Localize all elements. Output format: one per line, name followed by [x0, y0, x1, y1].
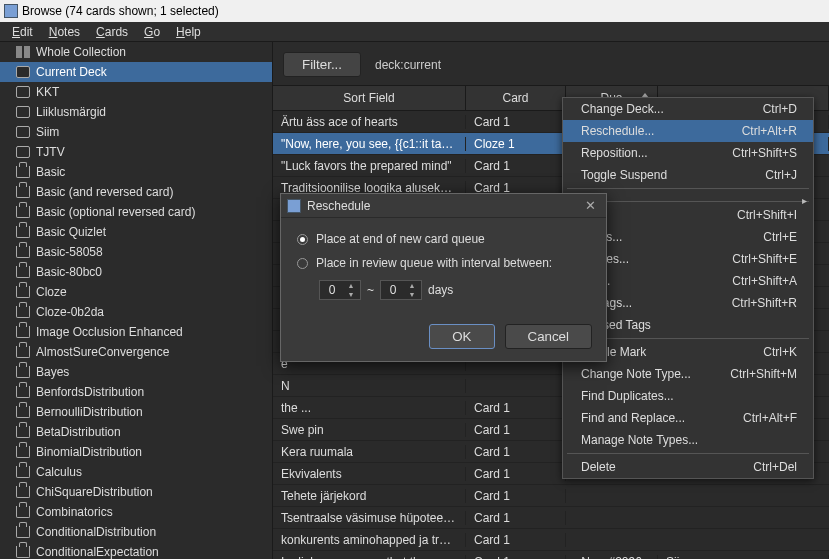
menu-separator: [567, 453, 809, 454]
header-sortfield[interactable]: Sort Field: [273, 86, 466, 110]
menu-item[interactable]: Manage Note Types...: [563, 429, 813, 451]
notetype-icon: [16, 546, 30, 558]
sidebar-item[interactable]: ConditionalExpectation: [0, 542, 272, 559]
cell-sort: Kera ruumala: [273, 445, 466, 459]
sidebar-item[interactable]: Cloze-0b2da: [0, 302, 272, 322]
menu-edit[interactable]: Edit: [4, 23, 41, 41]
radio-icon[interactable]: [297, 234, 308, 245]
table-row[interactable]: In dialogue, ensure that the reade...Car…: [273, 551, 829, 559]
cell-card: Card 1: [466, 467, 566, 481]
menu-notes[interactable]: Notes: [41, 23, 88, 41]
notetype-icon: [16, 366, 30, 378]
filter-button[interactable]: Filter...: [283, 52, 361, 77]
option-end-of-queue[interactable]: Place at end of new card queue: [297, 232, 590, 246]
sidebar-item-label: BetaDistribution: [36, 425, 121, 439]
menu-item[interactable]: Toggle SuspendCtrl+J: [563, 164, 813, 186]
sidebar-item-label: BenfordsDistribution: [36, 385, 144, 399]
notetype-icon: [16, 266, 30, 278]
table-row[interactable]: Tsentraalse väsimuse hüpotees sp...Card …: [273, 507, 829, 529]
cell-card: Card 1: [466, 423, 566, 437]
menu-item[interactable]: Find Duplicates...: [563, 385, 813, 407]
option-review-queue[interactable]: Place in review queue with interval betw…: [297, 256, 590, 270]
notetype-icon: [16, 326, 30, 338]
dialog-title-text: Reschedule: [307, 199, 370, 213]
radio-icon[interactable]: [297, 258, 308, 269]
notetype-icon: [16, 226, 30, 238]
chevron-up-icon[interactable]: ▲: [344, 281, 358, 290]
sidebar-item[interactable]: ChiSquareDistribution: [0, 482, 272, 502]
menu-go[interactable]: Go: [136, 23, 168, 41]
dialog-titlebar: Reschedule ✕: [281, 194, 606, 218]
header-card[interactable]: Card: [466, 86, 566, 110]
sidebar-item[interactable]: Combinatorics: [0, 502, 272, 522]
cell-sort: Ekvivalents: [273, 467, 466, 481]
notetype-icon: [16, 286, 30, 298]
cell-due: New #2096: [566, 555, 658, 560]
notetype-icon: [16, 386, 30, 398]
window-title: Browse (74 cards shown; 1 selected): [22, 0, 219, 22]
sidebar-item[interactable]: BinomialDistribution: [0, 442, 272, 462]
sidebar-item-label: Siim: [36, 125, 59, 139]
search-input[interactable]: deck:current: [371, 58, 441, 72]
deck-icon: [16, 86, 30, 98]
sidebar-item[interactable]: Basic-58058: [0, 242, 272, 262]
sidebar-item[interactable]: Whole Collection: [0, 42, 272, 62]
sidebar-item-label: Cloze: [36, 285, 67, 299]
sidebar-item[interactable]: Current Deck: [0, 62, 272, 82]
table-row[interactable]: Tehete järjekordCard 1: [273, 485, 829, 507]
sidebar-item[interactable]: Calculus: [0, 462, 272, 482]
cell-card: Card 1: [466, 115, 566, 129]
ok-button[interactable]: OK: [429, 324, 494, 349]
cancel-button[interactable]: Cancel: [505, 324, 593, 349]
interval-max-spinner[interactable]: ▲▼: [380, 280, 422, 300]
sidebar-item[interactable]: ConditionalDistribution: [0, 522, 272, 542]
sidebar-item[interactable]: BenfordsDistribution: [0, 382, 272, 402]
menu-help[interactable]: Help: [168, 23, 209, 41]
sidebar-item[interactable]: TJTV: [0, 142, 272, 162]
sidebar-item[interactable]: BetaDistribution: [0, 422, 272, 442]
deck-icon: [16, 66, 30, 78]
sidebar-item[interactable]: KKT: [0, 82, 272, 102]
interval-min-input[interactable]: [320, 283, 344, 297]
sidebar-item[interactable]: Basic Quizlet: [0, 222, 272, 242]
close-icon[interactable]: ✕: [581, 198, 600, 213]
sidebar-item-label: BernoulliDistribution: [36, 405, 143, 419]
cell-card: Cloze 1: [466, 137, 566, 151]
chevron-down-icon[interactable]: ▼: [344, 290, 358, 299]
cell-card: Card 1: [466, 555, 566, 560]
sidebar-item-label: Cloze-0b2da: [36, 305, 104, 319]
cell-card: Card 1: [466, 445, 566, 459]
menu-item[interactable]: Reschedule...Ctrl+Alt+R: [563, 120, 813, 142]
sidebar-item[interactable]: Siim: [0, 122, 272, 142]
sidebar-item[interactable]: Basic-80bc0: [0, 262, 272, 282]
interval-max-input[interactable]: [381, 283, 405, 297]
sidebar-item-label: TJTV: [36, 145, 65, 159]
menu-item[interactable]: Reposition...Ctrl+Shift+S: [563, 142, 813, 164]
menu-item[interactable]: Change Deck...Ctrl+D: [563, 98, 813, 120]
sidebar-item[interactable]: Image Occlusion Enhanced: [0, 322, 272, 342]
chevron-down-icon[interactable]: ▼: [405, 290, 419, 299]
reschedule-dialog: Reschedule ✕ Place at end of new card qu…: [280, 193, 607, 362]
sidebar-item-label: Basic-58058: [36, 245, 103, 259]
sidebar-item[interactable]: Cloze: [0, 282, 272, 302]
sidebar-item[interactable]: Basic: [0, 162, 272, 182]
sidebar-item[interactable]: BernoulliDistribution: [0, 402, 272, 422]
cell-sort: N: [273, 379, 466, 393]
notetype-icon: [16, 406, 30, 418]
chevron-up-icon[interactable]: ▲: [405, 281, 419, 290]
table-row[interactable]: konkurents aminohapped ja trüpt...Card 1: [273, 529, 829, 551]
sidebar-item-label: Basic: [36, 165, 65, 179]
menu-item[interactable]: Find and Replace...Ctrl+Alt+F: [563, 407, 813, 429]
sidebar-item[interactable]: Basic (and reversed card): [0, 182, 272, 202]
menu-cards[interactable]: Cards: [88, 23, 136, 41]
menu-item[interactable]: Change Note Type...Ctrl+Shift+M: [563, 363, 813, 385]
sidebar-item[interactable]: Liiklusmärgid: [0, 102, 272, 122]
sidebar-item-label: BinomialDistribution: [36, 445, 142, 459]
sidebar-item[interactable]: Basic (optional reversed card): [0, 202, 272, 222]
interval-min-spinner[interactable]: ▲▼: [319, 280, 361, 300]
menu-item[interactable]: DeleteCtrl+Del: [563, 456, 813, 478]
sidebar-item-label: AlmostSureConvergence: [36, 345, 169, 359]
sidebar-item[interactable]: Bayes: [0, 362, 272, 382]
sidebar-item[interactable]: AlmostSureConvergence: [0, 342, 272, 362]
notetype-icon: [16, 506, 30, 518]
